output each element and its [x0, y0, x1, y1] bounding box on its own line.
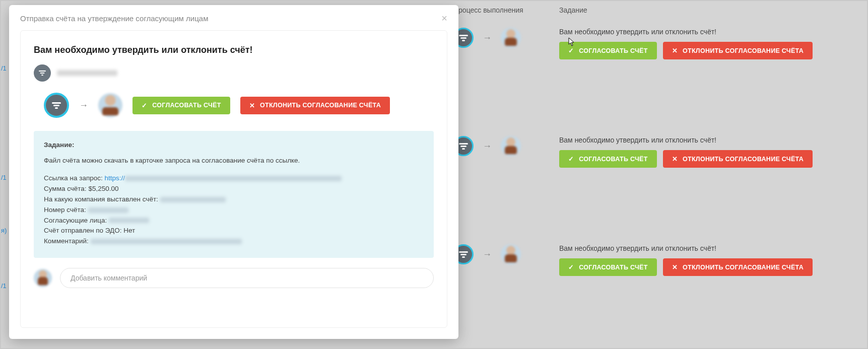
avatar	[501, 28, 521, 48]
edo-label: Счёт отправлен по ЭДО:	[44, 227, 121, 234]
task-amount-row: Сумма счёта: $5,250.00	[44, 184, 424, 194]
x-icon	[672, 47, 678, 54]
modal-header-title: Отправка счёта на утверждение согласующи…	[20, 14, 208, 23]
link-label: Ссылка на запрос:	[44, 174, 103, 182]
task-approvers-row: Согласующие лица:	[44, 216, 424, 226]
task-description: Файл счёта можно скачать в карточке запр…	[44, 156, 424, 166]
amount-label: Сумма счёта:	[44, 185, 87, 192]
check-icon	[142, 102, 147, 109]
reject-button[interactable]: ОТКЛОНИТЬ СОГЛАСОВАНИЕ СЧЁТА	[663, 42, 813, 59]
process-flow: →	[453, 244, 559, 264]
x-icon	[249, 102, 255, 109]
comment-input[interactable]	[60, 268, 434, 288]
reject-button[interactable]: ОТКЛОНИТЬ СОГЛАСОВАНИЕ СЧЁТА	[663, 258, 813, 276]
author-name-redacted	[57, 70, 117, 76]
task-title: Вам необходимо утвердить или отклонить с…	[559, 28, 858, 36]
arrow-icon: →	[483, 141, 492, 152]
task-invoice-row: Номер счёта:	[44, 205, 424, 216]
comment-label: Комментарий:	[44, 237, 89, 245]
comment-composer	[34, 268, 434, 288]
task-row: → Вам необходимо утвердить или отклонить…	[453, 28, 858, 59]
approve-button[interactable]: СОГЛАСОВАТЬ СЧЁТ	[559, 42, 657, 59]
approvers-label: Согласующие лица:	[44, 217, 107, 224]
task-row: → Вам необходимо утвердить или отклонить…	[453, 136, 858, 168]
arrow-icon: →	[483, 33, 492, 43]
edge-text: /1	[1, 64, 7, 72]
task-heading: Задание:	[44, 140, 424, 151]
arrow-icon: →	[483, 249, 492, 260]
bg-column-headers: Процесс выполнения Задание	[453, 6, 761, 14]
avatar	[98, 93, 122, 117]
approve-button[interactable]: СОГЛАСОВАТЬ СЧЁТ	[559, 150, 657, 168]
reject-button[interactable]: ОТКЛОНИТЬ СОГЛАСОВАНИЕ СЧЁТА	[240, 97, 390, 114]
current-user-avatar	[34, 269, 52, 287]
modal-header: Отправка счёта на утверждение согласующи…	[9, 5, 458, 30]
modal-body: Вам необходимо утвердить или отклонить с…	[20, 30, 447, 328]
amount-value: $5,250.00	[88, 185, 118, 192]
check-icon	[568, 263, 574, 271]
task-company-row: На какую компания выставлен счёт:	[44, 194, 424, 205]
process-flow: →	[453, 28, 559, 48]
avatar	[501, 136, 521, 156]
arrow-icon: →	[79, 100, 88, 111]
company-label: На какую компания выставлен счёт:	[44, 195, 158, 203]
task-details-panel: Задание: Файл счёта можно скачать в карт…	[34, 131, 434, 258]
approve-button[interactable]: СОГЛАСОВАТЬ СЧЁТ	[559, 258, 657, 276]
edo-value: Нет	[123, 227, 135, 234]
edge-text: /1	[1, 282, 7, 290]
task-link-row: Ссылка на запрос: https://	[44, 173, 424, 184]
task-title: Вам необходимо утвердить или отклонить с…	[559, 136, 858, 144]
task-row: → Вам необходимо утвердить или отклонить…	[453, 244, 858, 276]
edge-text: /1	[1, 174, 7, 181]
modal-process-row: → СОГЛАСОВАТЬ СЧЁТ ОТКЛОНИТЬ СОГЛАСОВАНИ…	[34, 93, 434, 118]
task-edo-row: Счёт отправлен по ЭДО: Нет	[44, 226, 424, 236]
author-icon	[34, 64, 51, 82]
approve-button[interactable]: СОГЛАСОВАТЬ СЧЁТ	[132, 97, 230, 114]
avatar	[501, 244, 521, 264]
x-icon	[672, 263, 678, 271]
approval-modal: Отправка счёта на утверждение согласующи…	[9, 5, 458, 339]
request-link[interactable]: https://	[105, 174, 342, 182]
process-start-icon	[44, 93, 69, 118]
author-row	[34, 64, 434, 82]
task-title: Вам необходимо утвердить или отклонить с…	[559, 244, 858, 252]
check-icon	[568, 47, 574, 54]
x-icon	[672, 155, 678, 163]
invoice-label: Номер счёта:	[44, 206, 86, 214]
edge-text: я)	[1, 227, 7, 234]
col-header-task: Задание	[559, 6, 761, 14]
reject-button[interactable]: ОТКЛОНИТЬ СОГЛАСОВАНИЕ СЧЁТА	[663, 150, 813, 168]
process-flow: →	[453, 136, 559, 156]
check-icon	[568, 155, 574, 163]
col-header-process: Процесс выполнения	[453, 6, 559, 14]
modal-title: Вам необходимо утвердить или отклонить с…	[34, 45, 434, 55]
task-comment-row: Комментарий:	[44, 236, 424, 247]
close-icon[interactable]: ×	[441, 13, 447, 23]
